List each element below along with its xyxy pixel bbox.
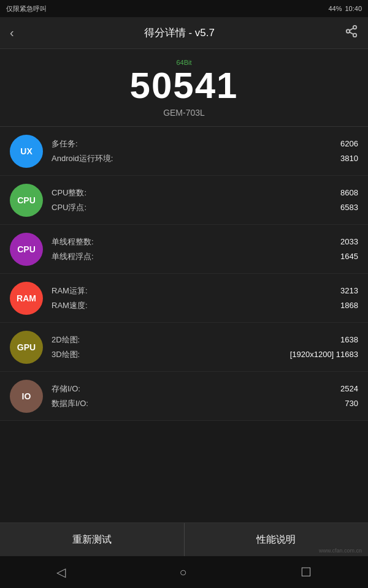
retest-button[interactable]: 重新测试 — [0, 523, 185, 556]
bench-name-3-0: RAM运算: — [52, 285, 88, 296]
status-emergency: 仅限紧急呼叫 — [6, 4, 47, 13]
back-button[interactable]: ‹ — [10, 26, 14, 40]
bench-entry-3-1: RAM速度:1868 — [52, 298, 358, 313]
bench-name-3-1: RAM速度: — [52, 300, 88, 311]
bench-entry-2-1: 单线程浮点:1645 — [52, 249, 358, 264]
bench-entry-2-0: 单线程整数:2033 — [52, 235, 358, 249]
nav-back[interactable]: ◁ — [56, 565, 66, 579]
bench-score-0-0: 6206 — [340, 139, 358, 148]
device-name: GEM-703L — [0, 108, 368, 118]
bench-score-3-1: 1868 — [340, 301, 358, 310]
bench-details-0: 多任务:6206Android运行环境:3810 — [52, 137, 358, 166]
bench-row-4: GPU2D绘图:16383D绘图:[1920x1200] 11683 — [0, 323, 368, 372]
bench-name-5-0: 存储I/O: — [52, 383, 80, 394]
score-value: 50541 — [0, 67, 368, 104]
bench-row-1: CPUCPU整数:8608CPU浮点:6583 — [0, 176, 368, 225]
benchmark-list: UX多任务:6206Android运行环境:3810CPUCPU整数:8608C… — [0, 127, 368, 421]
navigation-bar: ◁ ○ ☐ — [0, 556, 368, 588]
svg-line-3 — [350, 32, 353, 34]
bench-entry-4-1: 3D绘图:[1920x1200] 11683 — [52, 347, 358, 362]
bench-entry-5-0: 存储I/O:2524 — [52, 382, 358, 396]
bench-icon-3: RAM — [10, 282, 43, 315]
bench-name-2-1: 单线程浮点: — [52, 251, 94, 262]
bottom-buttons: 重新测试 性能说明 — [0, 522, 368, 556]
status-bar: 仅限紧急呼叫 44% 10:40 — [0, 0, 368, 17]
bench-entry-5-1: 数据库I/O:730 — [52, 396, 358, 411]
bench-entry-1-0: CPU整数:8608 — [52, 186, 358, 200]
bench-icon-2: CPU — [10, 233, 43, 266]
bench-name-4-0: 2D绘图: — [52, 334, 80, 345]
bench-row-5: IO存储I/O:2524数据库I/O:730 — [0, 372, 368, 421]
svg-line-4 — [350, 28, 353, 31]
bench-icon-4: GPU — [10, 331, 43, 364]
time-display: 10:40 — [345, 5, 362, 12]
bench-entry-1-1: CPU浮点:6583 — [52, 200, 358, 215]
bench-score-2-1: 1645 — [340, 252, 358, 261]
bench-name-0-0: 多任务: — [52, 138, 78, 149]
nav-recent[interactable]: ☐ — [301, 565, 312, 579]
bench-score-0-1: 3810 — [340, 154, 358, 163]
bench-name-5-1: 数据库I/O: — [52, 398, 88, 409]
bench-score-1-1: 6583 — [340, 203, 358, 212]
page-title: 得分详情 - v5.7 — [144, 26, 215, 40]
bench-details-1: CPU整数:8608CPU浮点:6583 — [52, 186, 358, 215]
header: ‹ 得分详情 - v5.7 — [0, 17, 368, 49]
bench-details-2: 单线程整数:2033单线程浮点:1645 — [52, 235, 358, 264]
bench-name-1-1: CPU浮点: — [52, 202, 86, 213]
status-left: 仅限紧急呼叫 — [6, 4, 47, 13]
watermark: www.cfan.com.cn — [319, 548, 362, 554]
score-section: 64Bit 50541 GEM-703L — [0, 49, 368, 127]
bench-score-1-0: 8608 — [340, 188, 358, 197]
bench-score-5-1: 730 — [345, 399, 358, 408]
bench-score-3-0: 3213 — [340, 286, 358, 295]
status-right: 44% 10:40 — [328, 5, 362, 12]
bench-entry-0-1: Android运行环境:3810 — [52, 151, 358, 166]
bench-details-4: 2D绘图:16383D绘图:[1920x1200] 11683 — [52, 333, 358, 362]
battery-level: 44% — [328, 5, 342, 12]
bench-entry-3-0: RAM运算:3213 — [52, 284, 358, 298]
bench-entry-4-0: 2D绘图:1638 — [52, 333, 358, 347]
bench-row-2: CPU单线程整数:2033单线程浮点:1645 — [0, 225, 368, 274]
bench-name-4-1: 3D绘图: — [52, 349, 80, 360]
bench-icon-5: IO — [10, 380, 43, 413]
bench-name-2-0: 单线程整数: — [52, 236, 94, 247]
bench-score-4-1: [1920x1200] 11683 — [290, 350, 358, 359]
bench-score-5-0: 2524 — [340, 384, 358, 393]
bench-name-1-0: CPU整数: — [52, 187, 86, 198]
bench-details-3: RAM运算:3213RAM速度:1868 — [52, 284, 358, 313]
bench-score-2-0: 2033 — [340, 237, 358, 246]
share-button[interactable] — [345, 24, 358, 41]
bench-details-5: 存储I/O:2524数据库I/O:730 — [52, 382, 358, 411]
bench-icon-1: CPU — [10, 184, 43, 217]
nav-home[interactable]: ○ — [179, 565, 186, 579]
bench-icon-0: UX — [10, 135, 43, 168]
bench-row-0: UX多任务:6206Android运行环境:3810 — [0, 127, 368, 176]
bench-entry-0-0: 多任务:6206 — [52, 137, 358, 151]
bench-score-4-0: 1638 — [340, 335, 358, 344]
bench-row-3: RAMRAM运算:3213RAM速度:1868 — [0, 274, 368, 323]
bench-name-0-1: Android运行环境: — [52, 153, 113, 164]
